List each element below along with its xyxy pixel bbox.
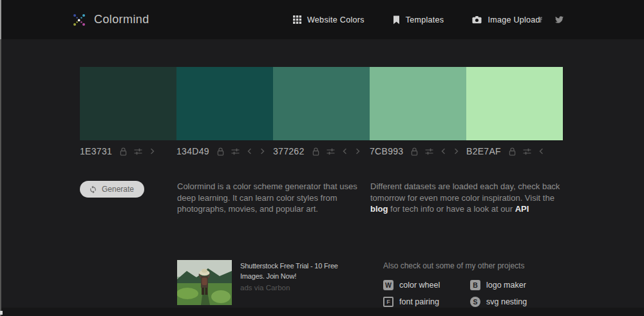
project-label: color wheel — [399, 281, 440, 290]
bookmark-icon — [393, 15, 400, 24]
hex-code: B2E7AF — [466, 146, 501, 156]
chevron-right-icon[interactable] — [149, 148, 155, 154]
tune-icon[interactable] — [523, 148, 531, 155]
info-text-before: Different datasets are loaded each day, … — [370, 181, 560, 203]
project-item-color-wheel[interactable]: W color wheel — [383, 280, 470, 290]
palette — [80, 67, 563, 140]
main-nav: Website Colors Templates — [293, 0, 540, 39]
nav-item-website-colors[interactable]: Website Colors — [293, 15, 365, 24]
nav-item-image-upload[interactable]: Image Upload — [472, 15, 540, 24]
swatch-controls: 1E3731 — [80, 146, 176, 156]
chevron-right-icon[interactable] — [355, 148, 361, 154]
nav-label: Templates — [406, 15, 444, 24]
tune-icon[interactable] — [134, 148, 142, 155]
hex-code: 7CB993 — [370, 146, 403, 156]
project-item-svg-nesting[interactable]: S svg nesting — [470, 297, 563, 307]
color-swatch[interactable] — [273, 67, 370, 140]
ad-image[interactable] — [177, 260, 232, 305]
project-item-font-pairing[interactable]: F font pairing — [383, 297, 470, 307]
social-links — [538, 0, 564, 39]
colormind-logo-icon — [71, 12, 88, 28]
header: Colormind Website Colors — [0, 0, 644, 39]
swatch-controls: 134D49 — [176, 146, 273, 156]
chevron-left-icon[interactable] — [538, 148, 544, 154]
ad-headline[interactable]: Shutterstock Free Trial - 10 Free Images… — [240, 261, 364, 281]
projects-grid: W color wheel B logo maker F font pairin… — [383, 280, 563, 307]
color-swatch[interactable] — [80, 67, 176, 140]
color-swatch[interactable] — [370, 67, 466, 140]
grid-icon — [293, 15, 301, 24]
info-text: Different datasets are loaded each day, … — [370, 181, 563, 215]
camera-icon — [472, 15, 482, 24]
lock-icon[interactable] — [312, 147, 319, 156]
facebook-icon[interactable] — [538, 15, 544, 24]
color-wheel-icon: W — [383, 280, 393, 290]
project-item-logo-maker[interactable]: B logo maker — [470, 280, 563, 290]
swatch-controls: 7CB993 — [370, 146, 466, 156]
chevron-left-icon[interactable] — [440, 148, 446, 154]
brand-name: Colormind — [94, 13, 149, 26]
swatch-controls: B2E7AF — [466, 146, 563, 156]
swatch-controls: 377262 — [273, 146, 370, 156]
svg-nesting-icon: S — [470, 297, 480, 307]
chevron-right-icon[interactable] — [453, 148, 459, 154]
lock-icon[interactable] — [509, 147, 516, 156]
hex-code: 134D49 — [176, 146, 209, 156]
api-link[interactable]: API — [515, 204, 529, 214]
project-label: logo maker — [486, 281, 526, 290]
ad-text-block: Shutterstock Free Trial - 10 Free Images… — [240, 260, 364, 292]
carbon-ad[interactable]: Shutterstock Free Trial - 10 Free Images… — [177, 260, 370, 307]
hex-code: 1E3731 — [80, 146, 112, 156]
chevron-left-icon[interactable] — [342, 148, 348, 154]
window-edge-artifact — [0, 0, 1, 316]
nav-item-templates[interactable]: Templates — [393, 15, 444, 24]
projects-heading: Also check out some of my other projects — [383, 261, 563, 270]
color-swatch[interactable] — [176, 67, 273, 140]
description-row: Generate Colormind is a color scheme gen… — [80, 181, 563, 215]
footer-bar — [0, 308, 644, 316]
color-swatch[interactable] — [466, 67, 563, 140]
hex-code: 377262 — [273, 146, 305, 156]
tune-icon[interactable] — [425, 148, 433, 155]
lock-icon[interactable] — [120, 147, 127, 156]
project-label: svg nesting — [486, 297, 527, 306]
blog-link[interactable]: blog — [370, 204, 388, 214]
bottom-row: Shutterstock Free Trial - 10 Free Images… — [80, 260, 563, 307]
twitter-icon[interactable] — [554, 15, 564, 24]
tune-icon[interactable] — [231, 148, 240, 155]
lock-icon[interactable] — [411, 147, 418, 156]
tune-icon[interactable] — [327, 148, 335, 155]
swatch-label-row: 1E3731 134D49 377262 7CB993 — [80, 146, 563, 156]
logo-maker-icon: B — [470, 280, 480, 290]
chevron-left-icon[interactable] — [247, 148, 252, 154]
generate-label: Generate — [102, 185, 134, 194]
generate-button[interactable]: Generate — [80, 181, 144, 198]
refresh-icon — [89, 185, 97, 194]
font-pairing-icon: F — [383, 297, 393, 307]
info-text-middle: for tech info or have a look at our — [388, 204, 515, 214]
other-projects: Also check out some of my other projects… — [370, 260, 563, 307]
ad-attribution[interactable]: ads via Carbon — [240, 284, 364, 292]
about-text: Colormind is a color scheme generator th… — [177, 181, 361, 215]
project-label: font pairing — [399, 297, 439, 306]
chevron-right-icon[interactable] — [260, 148, 265, 154]
brand[interactable]: Colormind — [71, 12, 149, 28]
nav-label: Image Upload — [488, 15, 540, 24]
corner-artifact — [0, 311, 3, 315]
lock-icon[interactable] — [217, 147, 224, 156]
main-content: 1E3731 134D49 377262 7CB993 — [80, 67, 563, 307]
nav-label: Website Colors — [307, 15, 365, 24]
colormind-page: Colormind Website Colors — [0, 0, 644, 316]
